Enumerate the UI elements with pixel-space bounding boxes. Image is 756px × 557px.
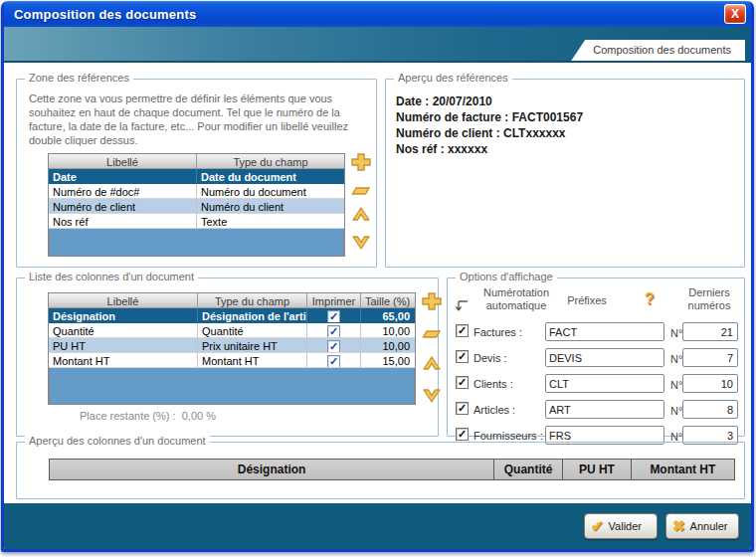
references-table: Libellé Type du champ Date Date du docum… bbox=[48, 153, 345, 257]
factures-checkbox[interactable]: ✓ bbox=[456, 324, 469, 337]
devis-number-input[interactable] bbox=[682, 348, 738, 367]
group-liste-colonnes: Liste des colonnes d'un document Libellé… bbox=[16, 278, 439, 437]
move-up-icon[interactable] bbox=[422, 355, 442, 373]
cell-taille: 10,00 bbox=[361, 323, 415, 338]
move-down-icon[interactable] bbox=[351, 233, 371, 251]
valider-button[interactable]: ✔ Valider bbox=[584, 513, 658, 539]
articles-prefix-input[interactable] bbox=[545, 400, 664, 419]
prefixes-header: Préfixes bbox=[517, 294, 657, 306]
table-row[interactable]: Numéro de client Numéro du client bbox=[49, 199, 344, 214]
group-title: Aperçu des colonnes d'un document bbox=[25, 435, 210, 447]
clients-prefix-input[interactable] bbox=[545, 374, 664, 393]
preview-col-puht: PU HT bbox=[563, 460, 632, 479]
table-row[interactable]: Nos réf Texte bbox=[49, 214, 344, 229]
cell-type: Texte bbox=[197, 214, 344, 229]
table-row[interactable]: PU HT Prix unitaire HT ✓ 10,00 bbox=[49, 338, 415, 353]
col-header-type[interactable]: Type du champ bbox=[198, 293, 307, 308]
title-bar[interactable]: Composition des documents X bbox=[4, 1, 751, 27]
group-apercu-colonnes: Aperçu des colonnes d'un document Désign… bbox=[16, 442, 745, 499]
window-title: Composition des documents bbox=[14, 7, 196, 22]
check-icon: ✔ bbox=[591, 517, 604, 535]
clients-checkbox[interactable]: ✓ bbox=[456, 376, 469, 389]
group-title: Options d'affichage bbox=[456, 271, 557, 282]
table-row[interactable]: Quantité Quantité ✓ 10,00 bbox=[49, 323, 415, 338]
cell-type: Montant HT bbox=[198, 353, 307, 368]
cell-type: Quantité bbox=[198, 323, 307, 338]
option-row-devis: ✓ Devis : N° : bbox=[448, 346, 744, 372]
dialog-window: Composition des documents X Composition … bbox=[1, 1, 754, 552]
col-header-libelle[interactable]: Libellé bbox=[49, 293, 198, 308]
cell-type: Date du document bbox=[197, 169, 344, 184]
fournisseurs-checkbox[interactable]: ✓ bbox=[456, 428, 469, 441]
table-row[interactable]: Date Date du document bbox=[49, 169, 344, 184]
cell-libelle: Désignation bbox=[49, 308, 198, 323]
group-title: Aperçu des références bbox=[394, 72, 512, 84]
imprimer-checkbox[interactable]: ✓ bbox=[327, 325, 340, 338]
group-options-affichage: Options d'affichage Numérotation automat… bbox=[447, 278, 745, 437]
devis-checkbox[interactable]: ✓ bbox=[456, 350, 469, 363]
references-description: Cette zone va vous permettre de définir … bbox=[17, 80, 376, 147]
col-header-imprimer[interactable]: Imprimer bbox=[307, 293, 361, 308]
header-banner: Composition des documents bbox=[4, 27, 751, 63]
option-row-clients: ✓ Clients : N° : bbox=[448, 372, 744, 398]
articles-number-input[interactable] bbox=[682, 400, 738, 419]
preview-col-designation: Désignation bbox=[50, 460, 494, 479]
clients-number-input[interactable] bbox=[682, 374, 738, 393]
col-header-taille[interactable]: Taille (%) bbox=[361, 293, 415, 308]
devis-label: Devis : bbox=[473, 352, 507, 364]
group-apercu-references: Aperçu des références Date : 20/07/2010 … bbox=[385, 79, 745, 268]
references-table-header: Libellé Type du champ bbox=[49, 154, 344, 169]
fournisseurs-label: Fournisseurs : bbox=[473, 430, 543, 442]
table-row[interactable]: Numéro de #doc# Numéro du document bbox=[49, 184, 344, 199]
remove-icon[interactable] bbox=[422, 323, 442, 341]
factures-number-input[interactable] bbox=[682, 322, 738, 341]
group-title: Liste des colonnes d'un document bbox=[25, 271, 198, 282]
cell-taille: 10,00 bbox=[361, 338, 415, 353]
move-up-icon[interactable] bbox=[351, 206, 371, 224]
move-down-icon[interactable] bbox=[422, 386, 442, 404]
add-icon[interactable] bbox=[422, 292, 442, 310]
articles-label: Articles : bbox=[473, 404, 515, 416]
table-row[interactable]: Désignation Désignation de l'article ✓ 6… bbox=[49, 308, 415, 323]
cross-icon: ✖ bbox=[672, 517, 685, 535]
close-icon[interactable]: X bbox=[724, 4, 746, 24]
help-icon[interactable]: ? bbox=[645, 290, 655, 308]
group-zone-references: Zone des références Cette zone va vous p… bbox=[16, 79, 377, 268]
preview-col-montantht: Montant HT bbox=[632, 460, 734, 479]
footer-bar: ✔ Valider ✖ Annuler bbox=[4, 503, 751, 549]
articles-checkbox[interactable]: ✓ bbox=[456, 402, 469, 415]
annuler-label: Annuler bbox=[690, 520, 728, 532]
table-empty-area[interactable] bbox=[49, 368, 415, 405]
cell-type: Numéro du document bbox=[197, 184, 344, 199]
add-icon[interactable] bbox=[351, 153, 371, 171]
imprimer-checkbox[interactable]: ✓ bbox=[327, 340, 340, 353]
columns-table-header: Libellé Type du champ Imprimer Taille (%… bbox=[49, 293, 415, 308]
remaining-space-text: Place restante (%) : 0,00 % bbox=[80, 410, 416, 422]
remove-icon[interactable] bbox=[351, 180, 371, 198]
last-numbers-header: Derniers numéros bbox=[680, 286, 738, 312]
valider-label: Valider bbox=[609, 520, 642, 532]
tab-composition-des-documents[interactable]: Composition des documents bbox=[571, 40, 745, 61]
imprimer-checkbox[interactable]: ✓ bbox=[327, 310, 340, 323]
clients-label: Clients : bbox=[473, 378, 513, 390]
cell-type: Numéro du client bbox=[197, 199, 344, 214]
devis-prefix-input[interactable] bbox=[545, 348, 664, 367]
table-empty-area[interactable] bbox=[49, 229, 344, 257]
cell-libelle: Numéro de #doc# bbox=[49, 184, 197, 199]
annuler-button[interactable]: ✖ Annuler bbox=[665, 513, 739, 539]
cell-libelle: Nos réf bbox=[49, 214, 197, 229]
table-row[interactable]: Montant HT Montant HT ✓ 15,00 bbox=[49, 353, 415, 368]
factures-label: Factures : bbox=[473, 326, 522, 338]
cell-libelle: Quantité bbox=[49, 323, 198, 338]
group-title: Zone des références bbox=[25, 72, 133, 84]
col-header-type[interactable]: Type du champ bbox=[197, 154, 344, 169]
cell-taille: 65,00 bbox=[361, 308, 415, 323]
preview-line-facture: Numéro de facture : FACT001567 bbox=[396, 109, 734, 125]
numbering-arrow-icon bbox=[456, 298, 470, 313]
col-header-libelle[interactable]: Libellé bbox=[49, 154, 197, 169]
factures-prefix-input[interactable] bbox=[545, 322, 664, 341]
imprimer-checkbox[interactable]: ✓ bbox=[327, 355, 340, 368]
columns-preview-header: Désignation Quantité PU HT Montant HT bbox=[49, 459, 735, 480]
dialog-content: Zone des références Cette zone va vous p… bbox=[4, 63, 751, 503]
cell-libelle: Numéro de client bbox=[49, 199, 197, 214]
